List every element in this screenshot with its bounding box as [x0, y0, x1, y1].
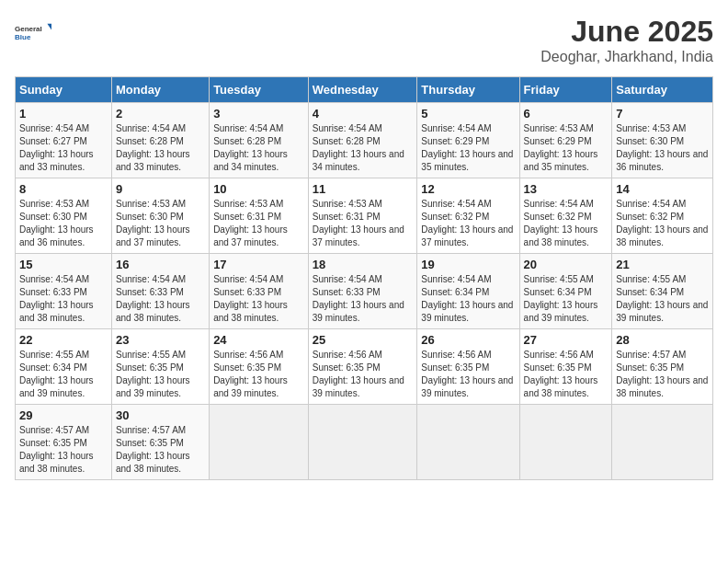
day-number: 25	[313, 333, 414, 347]
day-number: 14	[616, 182, 709, 196]
table-row: 9 Sunrise: 4:53 AMSunset: 6:30 PMDayligh…	[111, 178, 209, 254]
table-row: 17 Sunrise: 4:54 AMSunset: 6:33 PMDaylig…	[210, 254, 309, 329]
col-wednesday: Wednesday	[308, 77, 417, 103]
day-number: 28	[616, 333, 709, 347]
col-sunday: Sunday	[16, 77, 112, 103]
day-number: 23	[116, 333, 205, 347]
day-number: 11	[313, 182, 414, 196]
table-row: 27 Sunrise: 4:56 AMSunset: 6:35 PMDaylig…	[519, 329, 612, 405]
day-detail: Sunrise: 4:54 AMSunset: 6:27 PMDaylight:…	[19, 123, 94, 172]
page-subtitle: Deoghar, Jharkhand, India	[540, 49, 713, 65]
day-number: 26	[421, 333, 515, 347]
table-row: 20 Sunrise: 4:55 AMSunset: 6:34 PMDaylig…	[519, 254, 612, 329]
day-number: 15	[19, 258, 108, 271]
col-thursday: Thursday	[417, 77, 519, 103]
day-detail: Sunrise: 4:56 AMSunset: 6:35 PMDaylight:…	[213, 350, 288, 398]
day-number: 19	[421, 258, 515, 271]
table-row: 4 Sunrise: 4:54 AMSunset: 6:28 PMDayligh…	[308, 103, 417, 178]
header: General Blue June 2025 Deoghar, Jharkhan…	[15, 15, 713, 65]
table-row: 10 Sunrise: 4:53 AMSunset: 6:31 PMDaylig…	[210, 178, 309, 254]
day-detail: Sunrise: 4:54 AMSunset: 6:28 PMDaylight:…	[116, 123, 190, 172]
day-detail: Sunrise: 4:55 AMSunset: 6:34 PMDaylight:…	[616, 274, 708, 323]
day-detail: Sunrise: 4:57 AMSunset: 6:35 PMDaylight:…	[116, 425, 190, 474]
table-row	[417, 405, 519, 480]
table-row: 24 Sunrise: 4:56 AMSunset: 6:35 PMDaylig…	[210, 329, 309, 405]
table-row: 29 Sunrise: 4:57 AMSunset: 6:35 PMDaylig…	[16, 405, 112, 480]
day-number: 30	[116, 408, 205, 422]
logo: General Blue	[15, 15, 51, 52]
day-detail: Sunrise: 4:54 AMSunset: 6:28 PMDaylight:…	[313, 123, 404, 172]
col-friday: Friday	[519, 77, 612, 103]
day-detail: Sunrise: 4:54 AMSunset: 6:33 PMDaylight:…	[116, 274, 190, 323]
table-row: 28 Sunrise: 4:57 AMSunset: 6:35 PMDaylig…	[612, 329, 713, 405]
day-number: 1	[19, 107, 108, 121]
day-number: 24	[213, 333, 304, 347]
day-number: 5	[421, 107, 515, 121]
table-row: 19 Sunrise: 4:54 AMSunset: 6:34 PMDaylig…	[417, 254, 519, 329]
col-tuesday: Tuesday	[210, 77, 309, 103]
day-detail: Sunrise: 4:56 AMSunset: 6:35 PMDaylight:…	[421, 350, 513, 398]
day-number: 29	[19, 408, 108, 422]
day-number: 21	[616, 258, 709, 271]
day-detail: Sunrise: 4:55 AMSunset: 6:34 PMDaylight:…	[524, 274, 598, 323]
table-row	[210, 405, 309, 480]
day-detail: Sunrise: 4:56 AMSunset: 6:35 PMDaylight:…	[313, 350, 404, 398]
table-row: 22 Sunrise: 4:55 AMSunset: 6:34 PMDaylig…	[16, 329, 112, 405]
day-detail: Sunrise: 4:57 AMSunset: 6:35 PMDaylight:…	[616, 350, 708, 398]
table-row: 12 Sunrise: 4:54 AMSunset: 6:32 PMDaylig…	[417, 178, 519, 254]
table-row: 2 Sunrise: 4:54 AMSunset: 6:28 PMDayligh…	[111, 103, 209, 178]
day-detail: Sunrise: 4:54 AMSunset: 6:28 PMDaylight:…	[213, 123, 288, 172]
day-number: 13	[524, 182, 609, 196]
col-saturday: Saturday	[612, 77, 713, 103]
day-detail: Sunrise: 4:53 AMSunset: 6:30 PMDaylight:…	[19, 199, 94, 247]
day-detail: Sunrise: 4:55 AMSunset: 6:34 PMDaylight:…	[19, 350, 94, 398]
table-row	[519, 405, 612, 480]
day-detail: Sunrise: 4:53 AMSunset: 6:30 PMDaylight:…	[616, 123, 708, 172]
page-title: June 2025	[540, 15, 713, 49]
day-number: 27	[524, 333, 609, 347]
day-detail: Sunrise: 4:54 AMSunset: 6:32 PMDaylight:…	[524, 199, 598, 247]
day-detail: Sunrise: 4:53 AMSunset: 6:29 PMDaylight:…	[524, 123, 598, 172]
table-row: 13 Sunrise: 4:54 AMSunset: 6:32 PMDaylig…	[519, 178, 612, 254]
table-row: 25 Sunrise: 4:56 AMSunset: 6:35 PMDaylig…	[308, 329, 417, 405]
day-number: 10	[213, 182, 304, 196]
day-number: 6	[524, 107, 609, 121]
calendar-table: Sunday Monday Tuesday Wednesday Thursday…	[15, 76, 713, 480]
svg-text:Blue: Blue	[15, 33, 31, 41]
col-monday: Monday	[111, 77, 209, 103]
day-detail: Sunrise: 4:54 AMSunset: 6:29 PMDaylight:…	[421, 123, 513, 172]
title-area: June 2025 Deoghar, Jharkhand, India	[540, 15, 713, 65]
day-detail: Sunrise: 4:53 AMSunset: 6:30 PMDaylight:…	[116, 199, 190, 247]
day-number: 3	[213, 107, 304, 121]
day-number: 18	[313, 258, 414, 271]
table-row: 23 Sunrise: 4:55 AMSunset: 6:35 PMDaylig…	[111, 329, 209, 405]
day-number: 4	[313, 107, 414, 121]
day-detail: Sunrise: 4:54 AMSunset: 6:33 PMDaylight:…	[313, 274, 404, 323]
table-row: 26 Sunrise: 4:56 AMSunset: 6:35 PMDaylig…	[417, 329, 519, 405]
svg-marker-2	[47, 24, 51, 30]
svg-text:General: General	[15, 25, 42, 33]
day-detail: Sunrise: 4:53 AMSunset: 6:31 PMDaylight:…	[213, 199, 288, 247]
table-row: 21 Sunrise: 4:55 AMSunset: 6:34 PMDaylig…	[612, 254, 713, 329]
table-row: 14 Sunrise: 4:54 AMSunset: 6:32 PMDaylig…	[612, 178, 713, 254]
table-row	[308, 405, 417, 480]
day-number: 9	[116, 182, 205, 196]
day-number: 12	[421, 182, 515, 196]
table-row: 18 Sunrise: 4:54 AMSunset: 6:33 PMDaylig…	[308, 254, 417, 329]
table-row: 11 Sunrise: 4:53 AMSunset: 6:31 PMDaylig…	[308, 178, 417, 254]
day-detail: Sunrise: 4:54 AMSunset: 6:32 PMDaylight:…	[616, 199, 708, 247]
day-detail: Sunrise: 4:54 AMSunset: 6:33 PMDaylight:…	[213, 274, 288, 323]
table-row: 3 Sunrise: 4:54 AMSunset: 6:28 PMDayligh…	[210, 103, 309, 178]
table-row	[612, 405, 713, 480]
day-detail: Sunrise: 4:57 AMSunset: 6:35 PMDaylight:…	[19, 425, 94, 474]
day-number: 7	[616, 107, 709, 121]
table-row: 5 Sunrise: 4:54 AMSunset: 6:29 PMDayligh…	[417, 103, 519, 178]
day-detail: Sunrise: 4:56 AMSunset: 6:35 PMDaylight:…	[524, 350, 598, 398]
table-row: 7 Sunrise: 4:53 AMSunset: 6:30 PMDayligh…	[612, 103, 713, 178]
day-number: 22	[19, 333, 108, 347]
day-detail: Sunrise: 4:54 AMSunset: 6:33 PMDaylight:…	[19, 274, 94, 323]
day-detail: Sunrise: 4:54 AMSunset: 6:34 PMDaylight:…	[421, 274, 513, 323]
day-number: 8	[19, 182, 108, 196]
day-detail: Sunrise: 4:54 AMSunset: 6:32 PMDaylight:…	[421, 199, 513, 247]
day-number: 20	[524, 258, 609, 271]
